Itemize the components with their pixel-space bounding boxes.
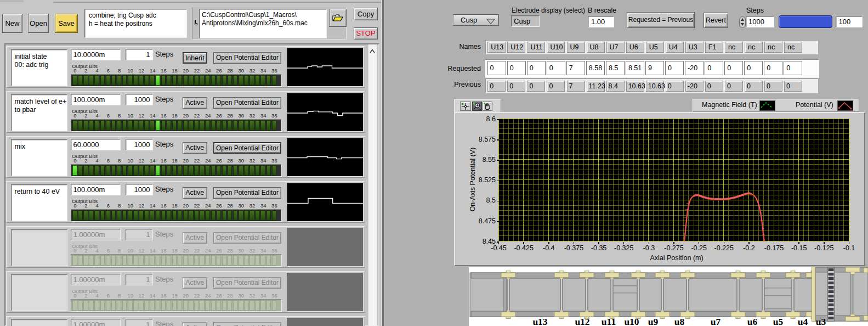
svg-text:u11: u11 <box>602 316 616 326</box>
svg-text:u10: u10 <box>624 316 639 326</box>
svg-text:u3: u3 <box>816 316 826 326</box>
svg-text:u5: u5 <box>773 316 784 326</box>
svg-text:u13: u13 <box>532 316 547 326</box>
svg-text:u4: u4 <box>798 316 808 326</box>
svg-text:u12: u12 <box>575 316 589 326</box>
svg-text:u7: u7 <box>711 316 721 326</box>
svg-text:u9: u9 <box>648 316 659 326</box>
svg-text:u8: u8 <box>674 316 685 326</box>
svg-text:u6: u6 <box>747 316 758 326</box>
